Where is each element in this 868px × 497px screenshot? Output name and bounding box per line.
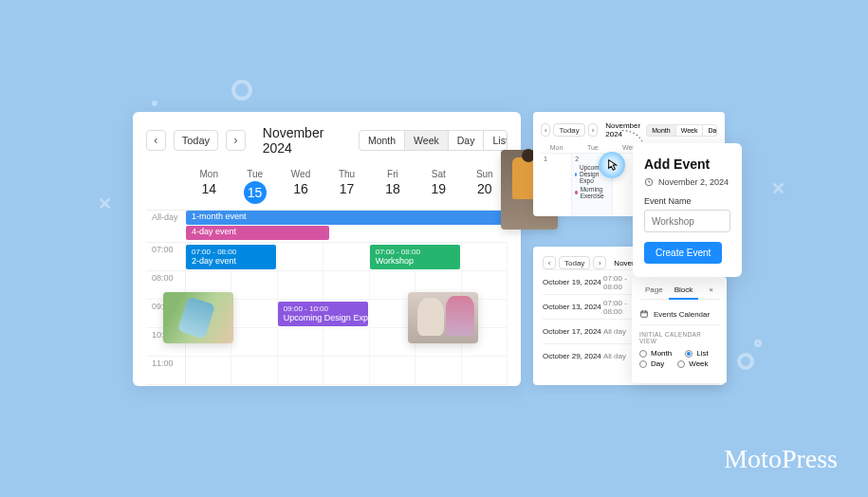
all-day-row: All-day 1-month event 4-day event	[146, 211, 508, 243]
day-col-wed[interactable]: Wed16	[278, 165, 323, 210]
popover-date: November 2, 2024	[644, 177, 730, 187]
today-button[interactable]: Today	[174, 130, 218, 151]
radio-week[interactable]: Week	[677, 359, 708, 369]
decoration-ring	[737, 353, 754, 370]
list-date: October 17, 2024	[543, 327, 603, 336]
list-date: October 19, 2024	[543, 278, 603, 286]
next-button[interactable]: ›	[226, 130, 246, 151]
list-today-button[interactable]: Today	[559, 256, 590, 269]
list-date: October 29, 2024	[543, 352, 603, 360]
day-col-thu[interactable]: Thu17	[323, 165, 369, 210]
all-day-label: All-day	[146, 211, 186, 224]
radio-day[interactable]: Day	[639, 359, 664, 369]
week-header: Mon14 Tue15 Wed16 Thu17 Fri18 Sat19 Sun2…	[146, 165, 508, 211]
thumbnail-stretching	[408, 292, 478, 343]
event-name-label: Event Name	[644, 196, 730, 206]
view-list[interactable]: List	[484, 131, 508, 150]
view-day[interactable]: Day	[449, 131, 485, 150]
list-prev-button[interactable]: ‹	[543, 256, 556, 269]
view-switcher: Month Week Day List	[359, 130, 508, 151]
calendar-toolbar: ‹ Today › November 2024 Month Week Day L…	[146, 125, 508, 156]
mini-head: Mon	[541, 144, 572, 153]
settings-section-title: Initial Calendar View	[639, 331, 719, 344]
day-col-tue[interactable]: Tue15	[231, 165, 277, 210]
cursor-click-icon	[599, 152, 625, 178]
mini-view-month[interactable]: Month	[647, 125, 675, 136]
mini-today-button[interactable]: Today	[553, 123, 584, 137]
prev-button[interactable]: ‹	[146, 130, 166, 151]
settings-tabs: Page Block ×	[639, 284, 719, 300]
block-settings-panel: Page Block × Events Calendar Initial Cal…	[632, 277, 727, 383]
decoration-dot	[152, 101, 157, 106]
calendar-title: November 2024	[263, 125, 351, 156]
event-design-expo[interactable]: 09:00 - 10:00 Upcoming Design Expo	[278, 302, 368, 326]
view-week[interactable]: Week	[405, 131, 449, 150]
event-bar-4day[interactable]: 4-day event	[186, 226, 329, 240]
event-name-input[interactable]	[644, 210, 730, 232]
mini-view-day[interactable]: Day	[703, 125, 717, 136]
mini-view-week[interactable]: Week	[676, 125, 704, 136]
day-col-fri[interactable]: Fri18	[370, 165, 416, 210]
mini-cell[interactable]: 1	[541, 153, 572, 215]
decoration-dot	[754, 340, 762, 347]
hour-label: 11:00	[146, 357, 186, 384]
mini-next-button[interactable]: ›	[588, 123, 598, 137]
decoration-x: ✕	[771, 178, 785, 199]
calendar-icon	[639, 309, 649, 319]
view-month[interactable]: Month	[360, 131, 405, 150]
radio-list[interactable]: List	[685, 348, 708, 359]
day-col-mon[interactable]: Mon14	[186, 165, 231, 210]
create-event-button[interactable]: Create Event	[644, 242, 722, 264]
list-next-button[interactable]: ›	[593, 256, 606, 269]
event-workshop[interactable]: 07:00 - 08:00 Workshop	[370, 245, 460, 269]
block-name-row: Events Calendar	[639, 305, 719, 325]
decoration-ring	[231, 80, 252, 101]
thumbnail-yoga-mat	[163, 292, 233, 343]
tab-page[interactable]: Page	[639, 284, 669, 299]
decoration-x: ✕	[98, 193, 112, 214]
event-2day[interactable]: 07:00 - 08:00 2-day event	[186, 245, 276, 269]
mini-prev-button[interactable]: ‹	[541, 123, 550, 137]
list-date: October 13, 2024	[543, 303, 603, 311]
day-col-sat[interactable]: Sat19	[416, 165, 461, 210]
close-icon[interactable]: ×	[703, 284, 719, 299]
svg-rect-1	[641, 311, 648, 317]
calendar-week-card: ‹ Today › November 2024 Month Week Day L…	[133, 112, 521, 386]
event-bar-month[interactable]: 1-month event	[186, 211, 508, 225]
add-event-popover: Add Event November 2, 2024 Event Name Cr…	[633, 143, 742, 277]
clock-icon	[644, 177, 654, 187]
popover-title: Add Event	[644, 156, 730, 172]
motopress-logo: MotoPress	[724, 444, 838, 474]
radio-month[interactable]: Month	[639, 348, 672, 359]
mini-view-switcher: Month Week Day List	[646, 124, 717, 137]
tab-block[interactable]: Block	[669, 284, 699, 300]
